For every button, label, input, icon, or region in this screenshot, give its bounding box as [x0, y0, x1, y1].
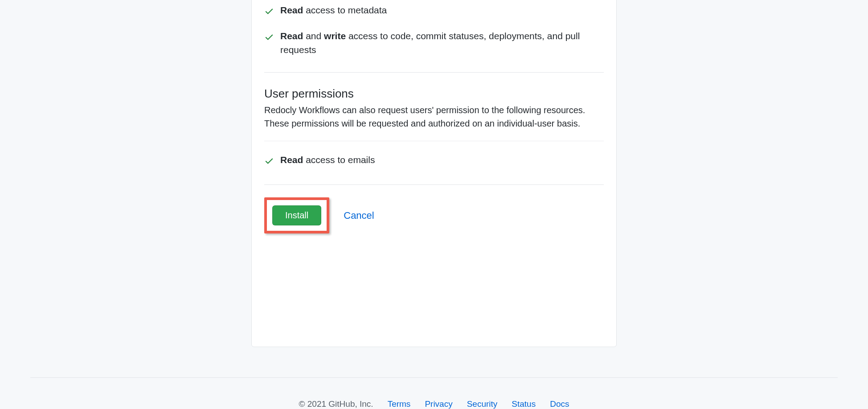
footer-link-terms[interactable]: Terms: [388, 399, 411, 409]
footer-link-security[interactable]: Security: [467, 399, 498, 409]
check-icon: [264, 6, 274, 20]
user-permissions-list: Read access to emails: [264, 141, 604, 185]
user-permissions-title: User permissions: [264, 87, 604, 101]
permission-text: Read access to metadata: [280, 3, 604, 17]
repo-permissions-list: Read access to metadataRead and write ac…: [264, 0, 604, 72]
footer-copyright: © 2021 GitHub, Inc.: [299, 399, 373, 409]
permission-text: Read and write access to code, commit st…: [280, 29, 604, 57]
user-permissions-header: User permissions Redocly Workflows can a…: [264, 73, 604, 141]
install-button[interactable]: Install: [272, 205, 321, 225]
user-permissions-description: Redocly Workflows can also request users…: [264, 103, 604, 139]
check-icon: [264, 32, 274, 46]
footer-link-status[interactable]: Status: [512, 399, 536, 409]
page-footer: © 2021 GitHub, Inc. TermsPrivacySecurity…: [0, 378, 868, 409]
footer-link-docs[interactable]: Docs: [550, 399, 569, 409]
actions-row: Install Cancel: [264, 185, 604, 233]
permission-item: Read and write access to code, commit st…: [264, 25, 604, 61]
footer-link-privacy[interactable]: Privacy: [425, 399, 452, 409]
permission-text: Read access to emails: [280, 153, 604, 167]
install-button-highlight: Install: [264, 197, 329, 233]
check-icon: [264, 155, 274, 170]
cancel-link[interactable]: Cancel: [344, 210, 374, 221]
permission-item: Read access to metadata: [264, 0, 604, 25]
permission-item: Read access to emails: [264, 148, 604, 174]
install-permissions-card: Read access to metadataRead and write ac…: [251, 0, 617, 347]
